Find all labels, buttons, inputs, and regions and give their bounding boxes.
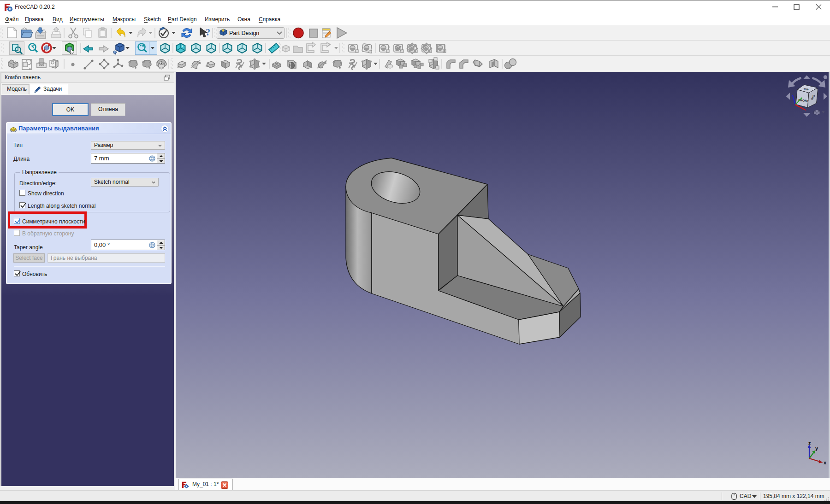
svg-text:Part Design: Part Design (229, 30, 259, 36)
svg-text:z: z (808, 440, 811, 446)
svg-text:x: x (824, 460, 827, 465)
svg-text:?: ? (206, 27, 210, 37)
svg-text:y: y (815, 445, 818, 451)
